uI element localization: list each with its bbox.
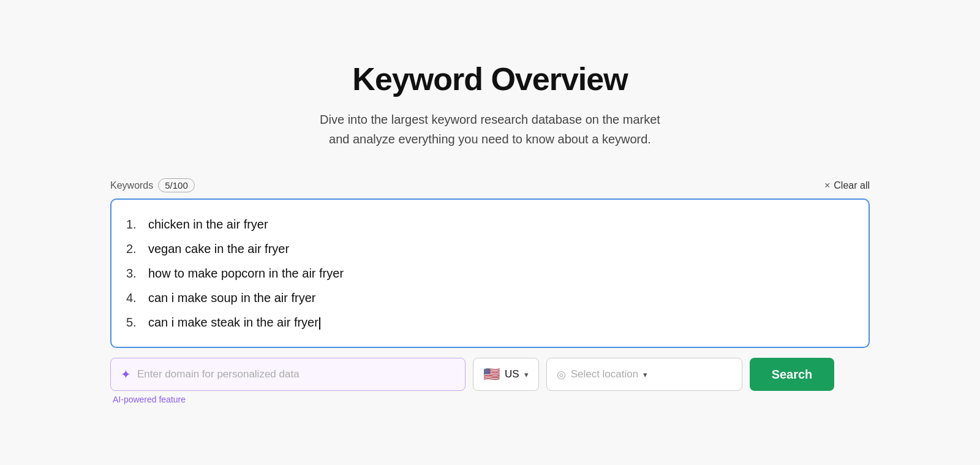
keywords-list: 1. chicken in the air fryer 2. vegan cak… — [126, 212, 854, 335]
page-subtitle: Dive into the largest keyword research d… — [320, 110, 660, 149]
keyword-text: how to make popcorn in the air fryer — [148, 265, 344, 282]
list-item: 4. can i make soup in the air fryer — [126, 285, 854, 310]
location-placeholder: Select location — [571, 368, 639, 380]
keyword-text: can i make soup in the air fryer — [148, 289, 315, 306]
keyword-number: 1. — [126, 216, 148, 233]
keyword-text: can i make steak in the air fryer — [148, 314, 320, 331]
keywords-count-badge: 5/100 — [158, 178, 195, 192]
list-item: 1. chicken in the air fryer — [126, 212, 854, 236]
text-cursor — [319, 317, 320, 330]
close-icon: × — [824, 180, 830, 191]
domain-input-box[interactable]: ✦ — [110, 358, 466, 391]
keyword-text: chicken in the air fryer — [148, 216, 268, 233]
keywords-section: Keywords 5/100 × Clear all 1. chicken in… — [110, 178, 870, 404]
domain-input[interactable] — [137, 368, 455, 380]
clear-all-button[interactable]: × Clear all — [824, 180, 870, 191]
keyword-text: vegan cake in the air fryer — [148, 240, 289, 257]
location-pin-icon: ◎ — [557, 368, 566, 381]
domain-input-wrapper: ✦ AI-powered feature — [110, 358, 466, 404]
bottom-row: ✦ AI-powered feature 🇺🇸 US ▾ ◎ Select lo… — [110, 358, 870, 404]
chevron-down-icon: ▾ — [643, 370, 647, 379]
main-container: Keyword Overview Dive into the largest k… — [61, 36, 919, 429]
list-item: 3. how to make popcorn in the air fryer — [126, 261, 854, 285]
country-label: US — [505, 368, 519, 380]
clear-all-label: Clear all — [834, 180, 870, 191]
page-title: Keyword Overview — [352, 61, 627, 97]
location-selector-button[interactable]: ◎ Select location ▾ — [546, 358, 742, 391]
flag-icon: 🇺🇸 — [483, 366, 500, 382]
list-item: 5. can i make steak in the air fryer — [126, 310, 854, 335]
keywords-label: Keywords — [110, 180, 153, 191]
keywords-textarea-wrapper[interactable]: 1. chicken in the air fryer 2. vegan cak… — [110, 198, 870, 348]
country-selector-button[interactable]: 🇺🇸 US ▾ — [473, 358, 539, 391]
sparkle-icon: ✦ — [121, 367, 131, 382]
ai-powered-label: AI-powered feature — [110, 395, 466, 404]
keyword-number: 3. — [126, 265, 148, 282]
keyword-number: 2. — [126, 240, 148, 257]
keywords-header: Keywords 5/100 × Clear all — [110, 178, 870, 192]
chevron-down-icon: ▾ — [524, 370, 529, 379]
keyword-number: 4. — [126, 289, 148, 306]
search-button[interactable]: Search — [750, 358, 835, 391]
list-item: 2. vegan cake in the air fryer — [126, 236, 854, 261]
keywords-label-group: Keywords 5/100 — [110, 178, 195, 192]
keyword-number: 5. — [126, 314, 148, 331]
